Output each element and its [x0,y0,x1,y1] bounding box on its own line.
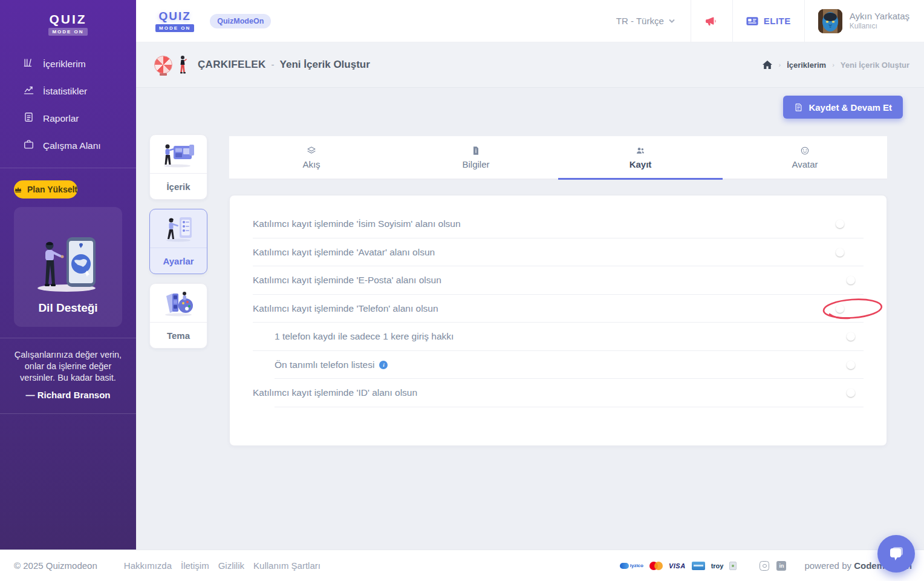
setting-row-single-entry: 1 telefon kaydı ile sadece 1 kere giriş … [253,323,864,351]
save-continue-button[interactable]: Kaydet & Devam Et [783,96,903,119]
user-role: Kullanıcı [850,22,909,30]
visa-logo: VISA [669,562,686,570]
quote-text: Çalışanlarınıza değer verin, onlar da iş… [10,349,126,384]
workspace-badge[interactable]: QuizModeOn [210,14,271,28]
footer-link-about[interactable]: Hakkımızda [124,560,172,571]
topbar: QUIZ MODE ON QuizModeOn TR - Türkçe ELIT… [136,0,924,42]
main-content: Kaydet & Devam Et [136,88,924,550]
breadcrumb-separator: › [832,61,835,68]
section-tab-theme[interactable]: Tema [149,283,207,349]
setting-row-id: Katılımcı kayıt işleminde 'ID' alanı ols… [253,379,864,407]
language-selector[interactable]: TR - Türkçe [600,0,691,42]
logo-text: QUIZ [49,12,86,27]
language-support-card[interactable]: Dil Desteği [14,207,122,327]
instagram-icon[interactable] [760,561,769,571]
info-file-icon [471,146,481,156]
footer: © 2025 Quizmodeon Hakkımızda İletişim Gi… [0,550,924,581]
secure-badge-icon [729,562,737,570]
user-menu[interactable]: Aykın Yarkataş Kullanıcı [804,0,924,42]
sidebar-item-label: Raporlar [43,113,79,124]
chat-bubble-icon [887,545,905,563]
host-figure-icon [178,55,187,74]
language-support-title: Dil Desteği [19,301,117,315]
topbar-right: TR - Türkçe ELITE [600,0,924,42]
users-icon [636,146,645,156]
tab-label: Bilgiler [462,159,489,169]
setting-row-email: Katılımcı kayıt işleminde 'E-Posta' alan… [253,266,864,295]
home-icon[interactable] [763,61,772,69]
section-tab-label: Tema [150,323,207,348]
section-tabs: İçerik [149,134,207,349]
tab-label: Kayıt [630,159,652,169]
logo-badge: MODE ON [155,24,194,32]
social-links: in [760,561,786,571]
chevron-down-icon [669,19,675,23]
language-support-illustration [19,215,117,293]
membership-card-icon [746,16,758,26]
logo-text: QUIZ [158,10,190,23]
setting-label: Katılımcı kayıt işleminde 'Telefon' alan… [253,303,438,314]
chat-widget-button[interactable] [877,535,915,573]
setting-row-phone: Katılımcı kayıt işleminde 'Telefon' alan… [253,295,864,323]
page-heading: ÇARKIFELEK - Yeni İçerik Oluştur [154,55,370,74]
sidebar-item-workspace[interactable]: Çalışma Alanı [0,132,136,159]
tab-avatar[interactable]: Avatar [723,136,887,179]
breadcrumb-current: Yeni İçerik Oluştur [841,61,909,70]
upgrade-plan-button[interactable]: Plan Yükselt [14,180,77,199]
breadcrumb-separator: › [778,61,781,68]
bank-card-logo [692,562,705,570]
payment-logos: iyzico VISA troy [620,562,737,570]
chart-icon [23,84,34,98]
mastercard-logo [649,562,663,570]
settings-tabbar: Akış Bilgiler Kayıt Avatar [229,136,887,180]
settings-illustration [150,209,207,248]
section-tab-settings[interactable]: Ayarlar [149,209,207,274]
sidebar-nav: İçeriklerim İstatistikler Raporlar Çalış… [0,50,136,159]
plan-section[interactable]: ELITE [732,0,804,42]
save-continue-label: Kaydet & Devam Et [808,102,892,113]
setting-label: Katılımcı kayıt işleminde 'Avatar' alanı… [253,247,435,258]
setting-label: 1 telefon kaydı ile sadece 1 kere giriş … [253,331,454,342]
title-separator: - [272,59,275,70]
setting-label: Katılımcı kayıt işleminde 'ID' alanı ols… [253,387,417,398]
footer-link-terms[interactable]: Kullanım Şartları [253,560,320,571]
quote-block: Çalışanlarınıza değer verin, onlar da iş… [0,338,136,414]
report-icon [23,111,34,125]
smiley-icon [800,146,810,156]
section-tab-label: Ayarlar [150,248,207,274]
tab-info[interactable]: Bilgiler [394,136,558,179]
linkedin-icon[interactable]: in [776,561,786,571]
tab-registration[interactable]: Kayıt [558,136,723,179]
sidebar-item-contents[interactable]: İçeriklerim [0,50,136,77]
info-icon[interactable]: i [379,361,388,369]
troy-logo: troy [711,562,724,570]
announcements-button[interactable] [691,0,732,42]
tab-flow[interactable]: Akış [229,136,394,179]
setting-row-phone-list: Ön tanımlı telefon listesi i [253,351,864,379]
layers-icon [307,146,316,156]
footer-link-privacy[interactable]: Gizlilik [218,560,244,571]
setting-row-avatar: Katılımcı kayıt işleminde 'Avatar' alanı… [253,238,864,267]
copyright-text: © 2025 Quizmodeon [14,560,97,571]
user-name: Aykın Yarkataş [850,11,909,22]
footer-link-contact[interactable]: İletişim [181,560,209,571]
content-illustration [150,135,207,174]
sidebar-item-statistics[interactable]: İstatistikler [0,77,136,105]
header-logo[interactable]: QUIZ MODE ON [155,10,194,32]
breadcrumb-bar: ÇARKIFELEK - Yeni İçerik Oluştur › İçeri… [136,42,924,88]
sidebar-item-label: Çalışma Alanı [43,140,101,151]
plan-label: ELITE [764,16,791,26]
breadcrumb-link-contents[interactable]: İçeriklerim [787,61,826,70]
red-ellipse-annotation [821,295,884,323]
setting-row-fullname: Katılımcı kayıt işleminde 'İsim Soyisim'… [253,210,864,238]
section-tab-label: İçerik [150,174,207,199]
sidebar-item-label: İçeriklerim [43,59,86,70]
megaphone-icon [704,14,719,28]
app-root: QUIZ MODE ON İçeriklerim İstatistikler R… [0,0,924,581]
sidebar-item-reports[interactable]: Raporlar [0,105,136,132]
section-tab-content[interactable]: İçerik [149,134,207,200]
library-icon [23,57,34,71]
setting-label: Katılımcı kayıt işleminde 'E-Posta' alan… [253,275,441,286]
page-title: Yeni İçerik Oluştur [280,59,370,71]
quote-author: — Richard Branson [10,390,126,400]
